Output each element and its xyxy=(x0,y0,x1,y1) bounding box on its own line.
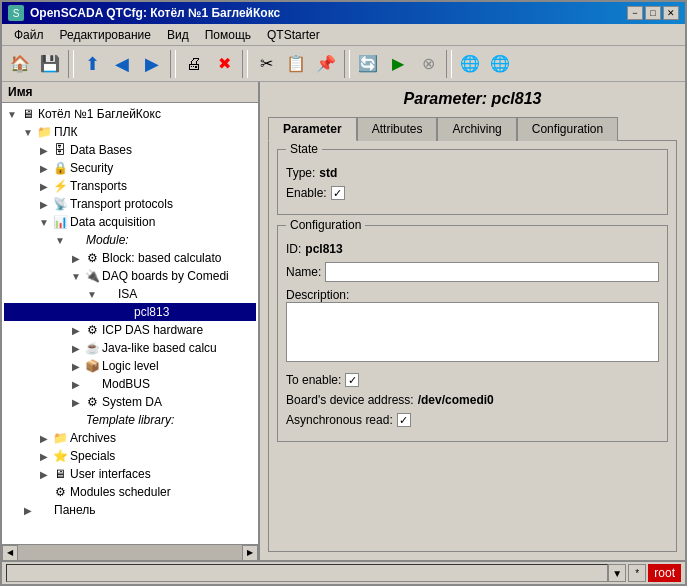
copy-button[interactable]: 📋 xyxy=(282,50,310,78)
to-enable-label: To enable: xyxy=(286,373,341,387)
net2-button[interactable]: 🌐 xyxy=(486,50,514,78)
expander-modbus[interactable]: ▶ xyxy=(68,376,84,392)
tree-item-isa[interactable]: ▼ ISA xyxy=(4,285,256,303)
menu-qtstarter[interactable]: QTStarter xyxy=(259,26,328,44)
close-button[interactable]: ✕ xyxy=(663,6,679,20)
expander-data-acq[interactable]: ▼ xyxy=(36,214,52,230)
tree-item-security[interactable]: ▶ 🔒 Security xyxy=(4,159,256,177)
expander-block-calc[interactable]: ▶ xyxy=(68,250,84,266)
up-button[interactable]: ⬆ xyxy=(78,50,106,78)
minimize-button[interactable]: − xyxy=(627,6,643,20)
expander-specials[interactable]: ▶ xyxy=(36,448,52,464)
scroll-track[interactable] xyxy=(18,545,242,560)
icon-transport-proto: 📡 xyxy=(52,196,68,212)
maximize-button[interactable]: □ xyxy=(645,6,661,20)
tab-configuration[interactable]: Configuration xyxy=(517,117,618,141)
tree-item-module[interactable]: ▼ Module: xyxy=(4,231,256,249)
tree-item-root[interactable]: ▼ 🖥 Котёл №1 БаглейКокс xyxy=(4,105,256,123)
expander-transport-proto[interactable]: ▶ xyxy=(36,196,52,212)
menu-view[interactable]: Вид xyxy=(159,26,197,44)
save-button[interactable]: 💾 xyxy=(36,50,64,78)
config-section-title: Configuration xyxy=(286,218,365,232)
icon-icp-das: ⚙ xyxy=(84,322,100,338)
net1-button[interactable]: 🌐 xyxy=(456,50,484,78)
expander-panel[interactable]: ▶ xyxy=(20,502,36,518)
home-button[interactable]: 🏠 xyxy=(6,50,34,78)
sidebar-header: Имя xyxy=(2,82,258,103)
expander-security[interactable]: ▶ xyxy=(36,160,52,176)
tree-item-modbus[interactable]: ▶ ModBUS xyxy=(4,375,256,393)
run-button[interactable]: ▶ xyxy=(384,50,412,78)
name-row: Name: xyxy=(286,262,659,282)
param-title: Parameter: pcl813 xyxy=(268,90,677,108)
expander-databases[interactable]: ▶ xyxy=(36,142,52,158)
expander-isa[interactable]: ▼ xyxy=(84,286,100,302)
tree-item-plc[interactable]: ▼ 📁 ПЛК xyxy=(4,123,256,141)
icon-transports: ⚡ xyxy=(52,178,68,194)
label-system-da: System DA xyxy=(100,395,162,409)
label-modbus: ModBUS xyxy=(100,377,150,391)
refresh-button[interactable]: 🔄 xyxy=(354,50,382,78)
async-read-row: Asynchronous read: ✓ xyxy=(286,413,659,427)
tree-item-databases[interactable]: ▶ 🗄 Data Bases xyxy=(4,141,256,159)
expander-module[interactable]: ▼ xyxy=(52,232,68,248)
tree-item-system-da[interactable]: ▶ ⚙ System DA xyxy=(4,393,256,411)
tree-item-data-acq[interactable]: ▼ 📊 Data acquisition xyxy=(4,213,256,231)
scroll-left-btn[interactable]: ◀ xyxy=(2,545,18,561)
toolbar-sep-5 xyxy=(446,50,452,78)
tree-item-pcl813[interactable]: pcl813 xyxy=(4,303,256,321)
paste-button[interactable]: 📌 xyxy=(312,50,340,78)
tab-archiving[interactable]: Archiving xyxy=(437,117,516,141)
icon-java-calc: ☕ xyxy=(84,340,100,356)
expander-archives[interactable]: ▶ xyxy=(36,430,52,446)
expander-logic[interactable]: ▶ xyxy=(68,358,84,374)
enable-checkbox[interactable]: ✓ xyxy=(331,186,345,200)
tree-item-user-ifaces[interactable]: ▶ 🖥 User interfaces xyxy=(4,465,256,483)
menu-edit[interactable]: Редактирование xyxy=(52,26,159,44)
expander-icp-das[interactable]: ▶ xyxy=(68,322,84,338)
menu-file[interactable]: Файл xyxy=(6,26,52,44)
tree-item-logic[interactable]: ▶ 📦 Logic level xyxy=(4,357,256,375)
tree-item-block-calc[interactable]: ▶ ⚙ Block: based calculato xyxy=(4,249,256,267)
tree-item-archives[interactable]: ▶ 📁 Archives xyxy=(4,429,256,447)
name-input[interactable] xyxy=(325,262,659,282)
desc-container: Description: xyxy=(286,288,659,365)
back-button[interactable]: ◀ xyxy=(108,50,136,78)
enable-row: Enable: ✓ xyxy=(286,186,659,200)
print-button[interactable]: 🖨 xyxy=(180,50,208,78)
tree-item-specials[interactable]: ▶ ⭐ Specials xyxy=(4,447,256,465)
expander-plc[interactable]: ▼ xyxy=(20,124,36,140)
tree-item-transports[interactable]: ▶ ⚡ Transports xyxy=(4,177,256,195)
stop-button[interactable]: ✖ xyxy=(210,50,238,78)
expander-root[interactable]: ▼ xyxy=(4,106,20,122)
status-star-btn[interactable]: * xyxy=(628,564,646,582)
sidebar-tree[interactable]: ▼ 🖥 Котёл №1 БаглейКокс ▼ 📁 ПЛК ▶ 🗄 Data xyxy=(2,103,258,544)
menu-help[interactable]: Помощь xyxy=(197,26,259,44)
icon-template-lib xyxy=(68,412,84,428)
to-enable-checkbox[interactable]: ✓ xyxy=(345,373,359,387)
expander-daq-boards[interactable]: ▼ xyxy=(68,268,84,284)
expander-system-da[interactable]: ▶ xyxy=(68,394,84,410)
scroll-right-btn[interactable]: ▶ xyxy=(242,545,258,561)
expander-transports[interactable]: ▶ xyxy=(36,178,52,194)
forward-button[interactable]: ▶ xyxy=(138,50,166,78)
expander-java-calc[interactable]: ▶ xyxy=(68,340,84,356)
expander-user-ifaces[interactable]: ▶ xyxy=(36,466,52,482)
icon-system-da: ⚙ xyxy=(84,394,100,410)
tree-item-java-calc[interactable]: ▶ ☕ Java-like based calcu xyxy=(4,339,256,357)
sidebar-hscrollbar[interactable]: ◀ ▶ xyxy=(2,544,258,560)
status-down-btn[interactable]: ▼ xyxy=(608,564,626,582)
tab-attributes[interactable]: Attributes xyxy=(357,117,438,141)
tree-item-daq-boards[interactable]: ▼ 🔌 DAQ boards by Comedi xyxy=(4,267,256,285)
cut-button[interactable]: ✂ xyxy=(252,50,280,78)
tab-parameter[interactable]: Parameter xyxy=(268,117,357,141)
tree-item-template-lib[interactable]: Template library: xyxy=(4,411,256,429)
tree-item-transport-proto[interactable]: ▶ 📡 Transport protocols xyxy=(4,195,256,213)
async-read-checkbox[interactable]: ✓ xyxy=(397,413,411,427)
tree-item-panel[interactable]: ▶ Панель xyxy=(4,501,256,519)
cancel-button[interactable]: ⊗ xyxy=(414,50,442,78)
content-area: Parameter: pcl813 Parameter Attributes A… xyxy=(260,82,685,560)
tree-item-mod-sched[interactable]: ⚙ Modules scheduler xyxy=(4,483,256,501)
tree-item-icp-das[interactable]: ▶ ⚙ ICP DAS hardware xyxy=(4,321,256,339)
desc-textarea[interactable] xyxy=(286,302,659,362)
